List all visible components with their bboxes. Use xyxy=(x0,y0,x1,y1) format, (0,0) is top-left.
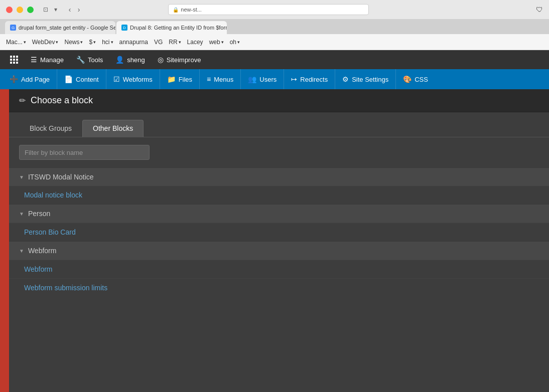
browser-menu-news[interactable]: News ▾ xyxy=(64,39,83,46)
mac-forward-button[interactable]: › xyxy=(75,6,83,14)
mac-back-button[interactable]: ‹ xyxy=(66,6,74,14)
block-link-webform-submission-limits[interactable]: Webform submission limits xyxy=(9,278,549,297)
other-blocks-tab-label: Other Blocks xyxy=(93,124,133,132)
drupal-user-item[interactable]: 👤 sheng xyxy=(110,50,150,69)
browser-menu-rr-label: RR xyxy=(169,39,177,46)
browser-menu-dollar[interactable]: $ ▾ xyxy=(89,39,96,46)
content-label: Content xyxy=(76,76,99,83)
browser-menu-oh-label: oh xyxy=(230,39,236,46)
left-sidebar-red xyxy=(0,89,9,392)
drupal-favicon: D xyxy=(121,25,127,31)
section-arrow-itswd: ▼ xyxy=(19,174,24,180)
manage-label: Manage xyxy=(40,56,64,64)
action-webforms[interactable]: ☑ Webforms xyxy=(106,69,160,89)
action-files[interactable]: 📁 Files xyxy=(160,69,200,89)
action-css[interactable]: 🎨 CSS xyxy=(396,69,435,89)
action-site-settings[interactable]: ⚙ Site Settings xyxy=(335,69,396,89)
browser-menu-rr[interactable]: RR ▾ xyxy=(169,39,181,46)
browser-menu-webdev[interactable]: WebDev ▾ xyxy=(32,39,59,46)
browser-top-bar: Mac... ▾ WebDev ▾ News ▾ $ ▾ hci ▾ annap… xyxy=(0,34,549,50)
block-groups-tab-label: Block Groups xyxy=(30,124,72,132)
browser-menu-web-label: web xyxy=(209,39,220,46)
files-label: Files xyxy=(179,76,192,83)
main-content: ✏ Choose a block Block Groups Other Bloc… xyxy=(0,89,549,392)
browser-menu-hci[interactable]: hci ▾ xyxy=(102,39,113,46)
pencil-icon: ✏ xyxy=(19,96,26,105)
section-title-webform: Webform xyxy=(28,247,57,255)
block-link-person-bio-card[interactable]: Person Bio Card xyxy=(9,223,549,241)
browser-menu-items: Mac... ▾ WebDev ▾ News ▾ $ ▾ hci ▾ annap… xyxy=(6,39,240,46)
mac-menu-caret: ▾ xyxy=(24,40,26,45)
redirects-icon: ↦ xyxy=(291,75,297,83)
drupal-manage-bar: ☰ Manage 🔧 Tools 👤 sheng ◎ Siteimprove xyxy=(0,50,549,69)
action-menus[interactable]: ≡ Menus xyxy=(200,69,241,89)
action-content[interactable]: 📄 Content xyxy=(57,69,106,89)
action-add-page[interactable]: ➕ Add Page xyxy=(3,69,57,89)
block-sections: ▼ ITSWD Modal Notice Modal notice block … xyxy=(9,167,549,297)
browser-menu-oh[interactable]: oh ▾ xyxy=(230,39,240,46)
block-link-modal-notice[interactable]: Modal notice block xyxy=(9,186,549,204)
block-tabs: Block Groups Other Blocks xyxy=(9,112,549,137)
choose-block-title: Choose a block xyxy=(31,95,93,106)
browser-menu-lacey-label: Lacey xyxy=(187,39,203,46)
browser-menu-vg-label: VG xyxy=(154,39,163,46)
mac-window-controls: ⊡ ▾ xyxy=(42,6,60,14)
site-settings-label: Site Settings xyxy=(352,76,388,83)
grid-icon xyxy=(10,56,18,64)
drupal-siteimprove-item[interactable]: ◎ Siteimprove xyxy=(153,50,206,69)
site-settings-icon: ⚙ xyxy=(342,75,349,83)
mac-url-text: new-st... xyxy=(181,7,202,13)
siteimprove-label: Siteimprove xyxy=(167,56,201,64)
drupal-tools-item[interactable]: 🔧 Tools xyxy=(71,50,108,69)
block-link-webform[interactable]: Webform xyxy=(9,260,549,278)
section-header-person[interactable]: ▼ Person xyxy=(9,204,549,223)
drupal-grid-menu[interactable] xyxy=(5,50,23,69)
browser-menu-web[interactable]: web ▾ xyxy=(209,39,224,46)
mac-right-controls: 🛡 xyxy=(536,6,543,14)
add-page-icon: ➕ xyxy=(10,75,18,83)
rr-menu-caret: ▾ xyxy=(179,40,181,45)
browser-menu-lacey[interactable]: Lacey xyxy=(187,39,203,46)
drupal-manage-item[interactable]: ☰ Manage xyxy=(26,50,69,69)
redirects-label: Redirects xyxy=(300,76,328,83)
files-icon: 📁 xyxy=(167,75,176,83)
browser-menu-annapurna[interactable]: annapurna xyxy=(119,39,148,46)
browser-menu-mac[interactable]: Mac... ▾ xyxy=(6,39,26,46)
tab-block-groups[interactable]: Block Groups xyxy=(19,120,82,137)
mac-sidebar-toggle[interactable]: ⊡ xyxy=(42,6,50,14)
browser-menu-webdev-label: WebDev xyxy=(32,39,55,46)
browser-menu-hci-label: hci xyxy=(102,39,109,46)
mac-close-button[interactable] xyxy=(6,7,13,13)
filter-area xyxy=(9,137,549,167)
webforms-label: Webforms xyxy=(123,76,153,83)
tools-icon: 🔧 xyxy=(76,56,85,64)
drupal-action-bar: ➕ Add Page 📄 Content ☑ Webforms 📁 Files … xyxy=(0,69,549,89)
siteimprove-icon: ◎ xyxy=(158,56,164,64)
mac-address-bar[interactable]: 🔒 new-st... xyxy=(168,4,369,15)
menus-label: Menus xyxy=(214,76,233,83)
tools-label: Tools xyxy=(88,56,103,64)
browser-menu-annapurna-label: annapurna xyxy=(119,39,148,46)
action-users[interactable]: 👥 Users xyxy=(241,69,284,89)
section-header-itswd[interactable]: ▼ ITSWD Modal Notice xyxy=(9,167,549,186)
webdev-menu-caret: ▾ xyxy=(56,40,58,45)
filter-input[interactable] xyxy=(19,145,150,160)
mac-traffic-lights xyxy=(6,7,34,13)
mac-maximize-button[interactable] xyxy=(27,7,34,13)
action-redirects[interactable]: ↦ Redirects xyxy=(284,69,335,89)
mac-titlebar: ⊡ ▾ ‹ › 🔒 new-st... 🛡 xyxy=(0,0,549,19)
section-header-webform[interactable]: ▼ Webform xyxy=(9,241,549,260)
browser-tab-drupal[interactable]: D Drupal 8: Getting an Entity ID from $f… xyxy=(116,21,227,34)
css-label: CSS xyxy=(415,76,428,83)
browser-menu-news-label: News xyxy=(64,39,79,46)
tab-other-blocks[interactable]: Other Blocks xyxy=(82,120,144,137)
manage-icon: ☰ xyxy=(31,56,37,64)
browser-tab-google[interactable]: G drupal form_state get entity - Google … xyxy=(5,21,115,34)
browser-menu-vg[interactable]: VG xyxy=(154,39,163,46)
user-icon: 👤 xyxy=(115,56,124,64)
mac-dropdown[interactable]: ▾ xyxy=(52,6,60,14)
menus-icon: ≡ xyxy=(207,75,211,83)
mac-lock-icon: 🔒 xyxy=(173,7,179,13)
mac-minimize-button[interactable] xyxy=(17,7,23,13)
webforms-icon: ☑ xyxy=(113,75,120,83)
